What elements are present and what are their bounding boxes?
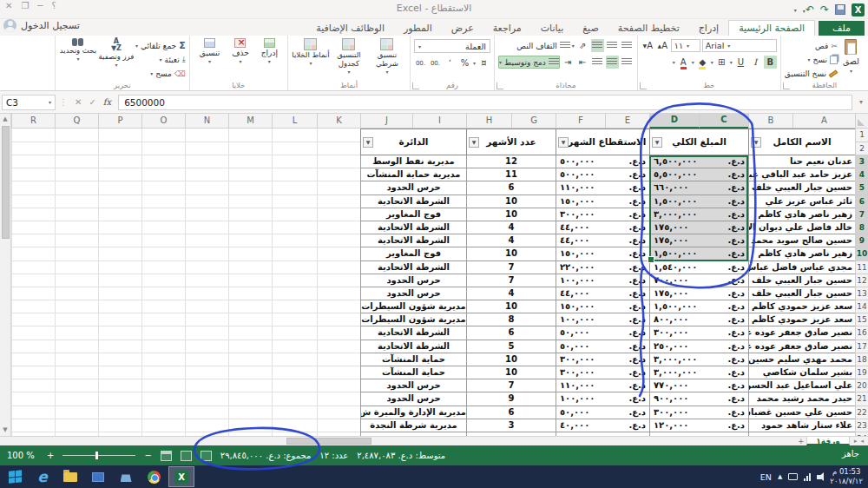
autosum-button[interactable]: Σجمع تلقائي▾ (135, 39, 186, 52)
taskbar-clock[interactable]: 01:53 م ٢٠١٨/٧/١٢ (830, 467, 863, 485)
cell-months[interactable]: 10 (466, 247, 556, 260)
zoom-slider-thumb[interactable] (95, 452, 98, 459)
cell-total[interactable]: د.ع.١,٥٠٠,٠٠٠ (649, 195, 748, 208)
empty-cell[interactable] (55, 379, 98, 392)
row-header-18[interactable]: 18 (855, 353, 868, 366)
empty-cell[interactable] (272, 326, 317, 340)
empty-cell[interactable] (11, 340, 55, 353)
formula-input[interactable]: 6500000 (118, 95, 852, 110)
column-header-J[interactable]: J (360, 114, 412, 129)
column-header-P[interactable]: P (98, 114, 141, 129)
cell-styles-button[interactable]: أنماط الخلايا▾ (292, 37, 330, 67)
empty-cell[interactable] (228, 300, 272, 313)
undo-icon[interactable]: ↶▾ (803, 3, 814, 16)
cell-total[interactable]: د.ع.١,٥٤٠,٠٠٠ (649, 261, 748, 274)
cell-total[interactable]: د.ع.٣,٠٠٠,٠٠٠ (649, 208, 748, 221)
empty-cell[interactable] (55, 208, 98, 221)
empty-cell[interactable] (141, 340, 185, 353)
empty-cell[interactable] (317, 168, 360, 181)
scroll-down-icon[interactable]: ▼ (0, 425, 10, 436)
empty-cell[interactable] (228, 353, 272, 366)
empty-cell[interactable] (185, 221, 228, 234)
empty-cell[interactable] (272, 340, 317, 353)
empty-cell[interactable] (228, 366, 272, 379)
column-header-F[interactable]: F (556, 114, 605, 129)
row-header-1[interactable]: 1 (855, 129, 868, 142)
cell-monthly[interactable]: د.ع.٥٠,٠٠٠ (556, 406, 649, 419)
column-header-D[interactable]: D (649, 114, 699, 129)
align-right-button[interactable] (621, 56, 634, 69)
empty-cell[interactable] (98, 221, 141, 234)
ribbon-tab-page-layout[interactable]: تخطيط الصفحة (608, 21, 689, 36)
empty-cell[interactable] (98, 274, 141, 287)
empty-cell[interactable] (185, 234, 228, 247)
empty-cell[interactable] (185, 155, 228, 168)
empty-cell[interactable] (11, 195, 55, 208)
empty-cell[interactable] (141, 326, 185, 340)
align-left-button[interactable] (591, 56, 604, 69)
zoom-out-icon[interactable]: − (144, 451, 151, 460)
empty-cell[interactable] (317, 155, 360, 168)
empty-cell[interactable] (185, 247, 228, 260)
empty-cell[interactable] (98, 353, 141, 366)
empty-cell[interactable] (228, 168, 272, 181)
insert-function-icon[interactable]: fx (103, 97, 111, 107)
accounting-format-button[interactable]: ¤ (477, 56, 490, 69)
ribbon-tab-data[interactable]: بيانات (531, 21, 574, 36)
cell-monthly[interactable]: د.ع.١٥٠,٠٠٠ (556, 195, 649, 208)
decrease-indent-button[interactable]: ⇤ (576, 56, 589, 69)
cell-monthly[interactable]: د.ع.٢٢٠,٠٠٠ (556, 261, 649, 274)
empty-cell[interactable] (141, 168, 185, 181)
taskbar-button-store-app[interactable] (113, 466, 139, 487)
ribbon-tab-insert[interactable]: إدراج (689, 21, 728, 36)
empty-cell[interactable] (317, 208, 360, 221)
cell-monthly[interactable]: د.ع.١١٠,٠٠٠ (556, 379, 649, 392)
format-as-table-button[interactable]: التنسيق كجدول▾ (330, 37, 368, 75)
empty-cell[interactable] (272, 261, 317, 274)
empty-cell[interactable] (141, 208, 185, 221)
empty-cell[interactable] (185, 379, 228, 392)
cell-months[interactable]: 7 (466, 379, 556, 392)
empty-cell[interactable] (141, 234, 185, 247)
underline-button[interactable]: U (734, 56, 747, 69)
cell-monthly[interactable]: د.ع.١١٠,٠٠٠ (556, 181, 649, 195)
empty-cell[interactable] (317, 195, 360, 208)
row-header-7[interactable]: 7 (855, 208, 868, 221)
empty-cell[interactable] (141, 221, 185, 234)
cell-dept[interactable]: مديرية الإدارة والميرة ش.أ (360, 406, 466, 419)
touch-keyboard-icon[interactable] (788, 473, 798, 480)
page-break-view-button[interactable] (161, 451, 172, 461)
empty-cell[interactable] (98, 340, 141, 353)
row-header-14[interactable]: 14 (855, 300, 868, 313)
filter-dropdown-icon-months[interactable]: ▼ (469, 137, 479, 148)
cell-months[interactable]: 6 (466, 181, 556, 195)
cell-monthly[interactable]: د.ع.١٠٠,٠٠٠ (556, 313, 649, 326)
cell-months[interactable]: 6 (466, 406, 556, 419)
empty-cell[interactable] (141, 379, 185, 392)
row-header-16[interactable]: 16 (855, 326, 868, 340)
empty-cell[interactable] (55, 274, 98, 287)
empty-cell[interactable] (228, 313, 272, 326)
confirm-entry-icon[interactable]: ✓ (89, 97, 95, 107)
copy-button[interactable]: نسخ▾ (785, 53, 838, 66)
cell-total[interactable]: د.ع.١,٥٠٠,٠٠٠ (649, 247, 748, 260)
row-header-13[interactable]: 13 (855, 287, 868, 300)
empty-cell[interactable] (185, 353, 228, 366)
cell-name[interactable]: حسين جبار العيبي خلف (748, 181, 855, 195)
cell-months[interactable]: 7 (466, 274, 556, 287)
row-header-6[interactable]: 6 (855, 195, 868, 208)
empty-cell[interactable] (98, 287, 141, 300)
cell-name[interactable]: حسين علي حسين غضبان (748, 406, 855, 419)
empty-cell[interactable] (98, 406, 141, 419)
table-header-name[interactable]: الاسم الكامل▼ (748, 129, 855, 155)
empty-cell[interactable] (98, 261, 141, 274)
empty-cell[interactable] (98, 129, 141, 155)
empty-cell[interactable] (317, 379, 360, 392)
row-header-15[interactable]: 15 (855, 313, 868, 326)
taskbar-button-chrome[interactable] (141, 466, 167, 487)
wrap-text-button[interactable]: التفاف النص (516, 39, 569, 52)
empty-cell[interactable] (185, 313, 228, 326)
cell-dept[interactable]: حماية المنشآت (360, 366, 466, 379)
cell-dept[interactable]: مديرية شرطة النجدة (360, 419, 466, 432)
taskbar-button-excel[interactable]: X (168, 466, 194, 487)
